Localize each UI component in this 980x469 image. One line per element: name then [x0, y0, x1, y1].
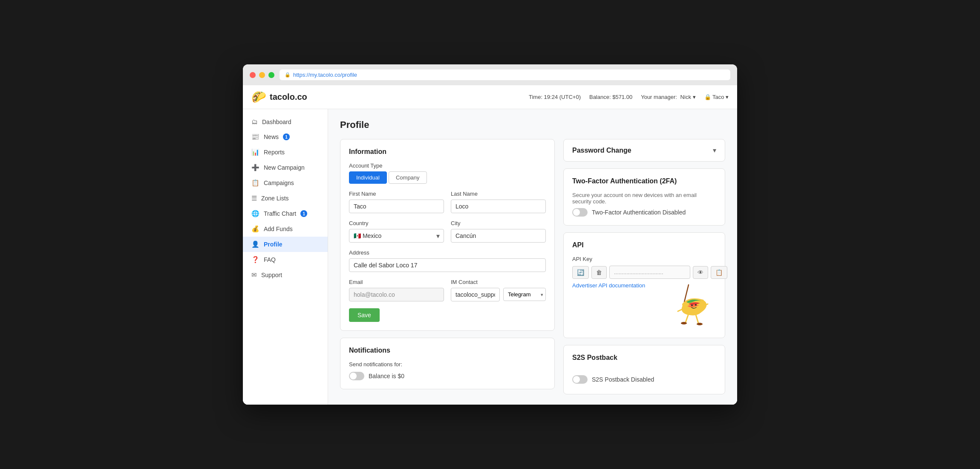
password-card: Password Change ▾	[563, 139, 725, 162]
taco-illustration	[665, 281, 716, 327]
sidebar-label-support: Support	[261, 272, 282, 278]
logo: 🌮 tacolo.co	[251, 90, 307, 104]
first-name-input[interactable]	[349, 200, 444, 213]
account-type-buttons: Individual Company	[349, 171, 546, 184]
sidebar-label-zone-lists: Zone Lists	[261, 195, 289, 202]
sidebar-item-zone-lists[interactable]: ☰ Zone Lists	[243, 191, 328, 206]
s2s-toggle-label: S2S Postback Disabled	[592, 376, 654, 383]
save-button[interactable]: Save	[349, 308, 380, 322]
sidebar-label-traffic-chart: Traffic Chart	[264, 210, 296, 217]
dashboard-icon: 🗂	[251, 118, 258, 125]
api-doc-link[interactable]: Advertiser API documentation	[572, 282, 645, 289]
sidebar-item-profile[interactable]: 👤 Profile	[243, 237, 328, 252]
sidebar-label-profile: Profile	[264, 241, 282, 248]
sidebar-item-add-funds[interactable]: 💰 Add Funds	[243, 221, 328, 237]
last-name-input[interactable]	[451, 200, 546, 213]
profile-icon: 👤	[251, 240, 259, 248]
manager-name-dropdown[interactable]: Nick ▾	[680, 94, 696, 100]
im-platform-wrapper: Telegram WhatsApp Skype	[503, 288, 546, 301]
browser-window: 🔒 https://my.tacolo.co/profile 🌮 tacolo.…	[243, 64, 737, 405]
manager-display: Your manager: Nick ▾	[641, 94, 695, 100]
logo-text: tacolo.co	[270, 92, 307, 102]
s2s-toggle-row: S2S Postback Disabled	[572, 368, 716, 385]
notifications-card: Notifications Send notifications for: Ba…	[340, 338, 555, 389]
page-title: Profile	[340, 119, 725, 130]
api-delete-button[interactable]: 🗑	[591, 266, 607, 279]
svg-point-7	[681, 322, 687, 324]
api-card: API API Key 🔄 🗑 👁 📋 Advertiser API docum	[563, 232, 725, 338]
support-icon: ✉	[251, 271, 257, 279]
svg-line-5	[686, 314, 689, 322]
sidebar-item-faq[interactable]: ❓ FAQ	[243, 252, 328, 267]
close-button[interactable]	[250, 72, 256, 78]
contact-row: Email IM Contact Tele	[349, 279, 546, 301]
new-campaign-icon: ➕	[251, 164, 259, 171]
page-content: Profile Information Account Type Individ…	[328, 109, 737, 405]
im-contact-input[interactable]	[451, 288, 500, 301]
first-name-label: First Name	[349, 191, 444, 197]
right-column: Password Change ▾ Two-Factor Authenticat…	[563, 139, 725, 394]
app-body: 🌮 tacolo.co Time: 19:24 (UTC+0) Balance:…	[243, 85, 737, 405]
sidebar-label-new-campaign: New Campaign	[264, 164, 305, 171]
email-group: Email	[349, 279, 444, 301]
api-refresh-button[interactable]: 🔄	[572, 266, 589, 279]
browser-chrome: 🔒 https://my.tacolo.co/profile	[243, 64, 737, 85]
city-input[interactable]	[451, 229, 546, 243]
im-platform-select[interactable]: Telegram WhatsApp Skype	[503, 288, 546, 301]
city-label: City	[451, 220, 546, 226]
api-copy-button[interactable]: 📋	[711, 266, 727, 279]
main-layout: 🗂 Dashboard 📰 News 1 📊 Reports ➕ New Cam…	[243, 109, 737, 405]
sidebar-item-new-campaign[interactable]: ➕ New Campaign	[243, 160, 328, 175]
user-dropdown[interactable]: 🔒 Taco ▾	[704, 94, 729, 100]
email-label: Email	[349, 279, 444, 285]
api-key-row: 🔄 🗑 👁 📋	[572, 266, 716, 279]
country-select-wrapper: 🇲🇽 Mexico	[349, 229, 444, 243]
sidebar-label-add-funds: Add Funds	[264, 226, 293, 232]
news-icon: 📰	[251, 133, 259, 141]
twofa-toggle[interactable]	[572, 208, 588, 217]
api-key-input[interactable]	[609, 266, 690, 279]
reports-icon: 📊	[251, 148, 259, 156]
sidebar-item-traffic-chart[interactable]: 🌐 Traffic Chart 1	[243, 206, 328, 221]
balance-toggle[interactable]	[349, 372, 364, 380]
sidebar-item-news[interactable]: 📰 News 1	[243, 129, 328, 145]
sidebar-item-support[interactable]: ✉ Support	[243, 267, 328, 283]
information-card: Information Account Type Individual Comp…	[340, 139, 555, 331]
location-row: Country 🇲🇽 Mexico City	[349, 220, 546, 243]
last-name-group: Last Name	[451, 191, 546, 213]
account-type-individual[interactable]: Individual	[349, 171, 387, 184]
address-input[interactable]	[349, 258, 546, 272]
last-name-label: Last Name	[451, 191, 546, 197]
s2s-toggle[interactable]	[572, 375, 588, 384]
country-select[interactable]: 🇲🇽 Mexico	[349, 229, 444, 243]
im-contact-label: IM Contact	[451, 279, 546, 285]
country-group: Country 🇲🇽 Mexico	[349, 220, 444, 243]
password-card-header[interactable]: Password Change ▾	[564, 139, 725, 161]
notifications-title: Notifications	[349, 347, 546, 354]
zone-lists-icon: ☰	[251, 194, 257, 202]
sidebar-item-dashboard[interactable]: 🗂 Dashboard	[243, 114, 328, 129]
im-contact-row: Telegram WhatsApp Skype	[451, 288, 546, 301]
account-type-company[interactable]: Company	[389, 171, 427, 184]
address-label: Address	[349, 249, 546, 256]
sidebar-label-campaigns: Campaigns	[264, 179, 294, 186]
sidebar-label-news: News	[264, 133, 279, 140]
sidebar-item-campaigns[interactable]: 📋 Campaigns	[243, 175, 328, 191]
sidebar-item-reports[interactable]: 📊 Reports	[243, 145, 328, 160]
balance-display: Balance: $571.00	[589, 94, 632, 100]
city-group: City	[451, 220, 546, 243]
maximize-button[interactable]	[268, 72, 274, 78]
password-title: Password Change	[572, 147, 631, 154]
svg-point-3	[691, 304, 693, 306]
password-chevron: ▾	[713, 146, 716, 154]
api-show-button[interactable]: 👁	[693, 266, 708, 279]
notifications-send-label: Send notifications for:	[349, 361, 546, 368]
top-bar: 🌮 tacolo.co Time: 19:24 (UTC+0) Balance:…	[243, 85, 737, 109]
address-bar[interactable]: 🔒 https://my.tacolo.co/profile	[280, 69, 730, 80]
top-bar-right: Time: 19:24 (UTC+0) Balance: $571.00 You…	[529, 94, 729, 100]
twofa-toggle-label: Two-Factor Authentication Disabled	[592, 209, 686, 216]
minimize-button[interactable]	[259, 72, 265, 78]
email-input[interactable]	[349, 288, 444, 301]
twofa-title: Two-Factor Authentication (2FA)	[572, 177, 716, 185]
s2s-card: S2S Postback S2S Postback Disabled	[563, 345, 725, 394]
